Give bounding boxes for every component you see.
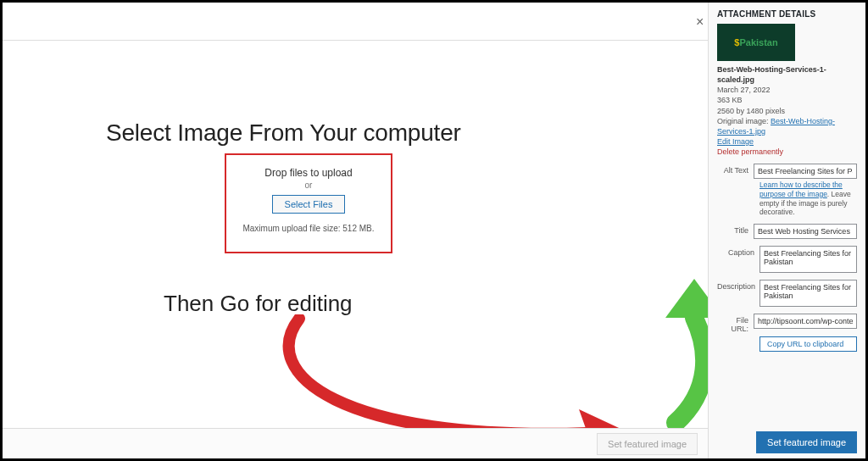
- drop-or: or: [226, 181, 391, 190]
- drop-zone[interactable]: Drop files to upload or Select Files Max…: [225, 153, 392, 253]
- description-label: Description: [717, 280, 760, 291]
- drop-title: Drop files to upload: [226, 167, 391, 179]
- annotation-heading-1: Select Image From Your computer: [106, 119, 461, 147]
- attachment-dimensions: 2560 by 1480 pixels: [717, 106, 857, 116]
- panel-title: ATTACHMENT DETAILS: [717, 9, 857, 19]
- select-files-button[interactable]: Select Files: [272, 195, 346, 214]
- attachment-date: March 27, 2022: [717, 85, 857, 95]
- alt-text-label: Alt Text: [717, 164, 754, 175]
- set-featured-image-button[interactable]: Set featured image: [756, 431, 857, 453]
- modal-footer: Set featured image: [3, 428, 708, 458]
- close-icon[interactable]: ×: [696, 14, 704, 30]
- description-input[interactable]: Best Freelancing Sites for Pakistan: [760, 280, 857, 307]
- set-featured-image-disabled: Set featured image: [597, 433, 698, 455]
- delete-permanently-link[interactable]: Delete permanently: [717, 147, 857, 157]
- max-upload-note: Maximum upload file size: 512 MB.: [226, 224, 391, 233]
- copy-url-button[interactable]: Copy URL to clipboard: [760, 336, 857, 352]
- attachment-filename: Best-Web-Hosting-Services-1-scaled.jpg: [717, 64, 857, 85]
- caption-input[interactable]: Best Freelancing Sites for Pakistan: [760, 246, 857, 273]
- attachment-thumbnail[interactable]: $Pakistan: [717, 24, 795, 61]
- title-input[interactable]: [754, 224, 857, 239]
- upload-area: × Select Image From Your computer Drop f…: [3, 3, 708, 458]
- attachment-details-panel: ATTACHMENT DETAILS $Pakistan Best-Web-Ho…: [708, 3, 865, 458]
- annotation-heading-2: Then Go for editing: [164, 291, 353, 317]
- attachment-size: 363 KB: [717, 95, 857, 105]
- edit-image-link[interactable]: Edit Image: [717, 136, 857, 147]
- file-url-input[interactable]: [754, 314, 857, 329]
- caption-label: Caption: [717, 246, 760, 257]
- title-label: Title: [717, 224, 754, 235]
- alt-text-input[interactable]: [754, 164, 857, 179]
- file-url-label: File URL:: [717, 314, 754, 333]
- attachment-meta: Best-Web-Hosting-Services-1-scaled.jpg M…: [717, 64, 857, 157]
